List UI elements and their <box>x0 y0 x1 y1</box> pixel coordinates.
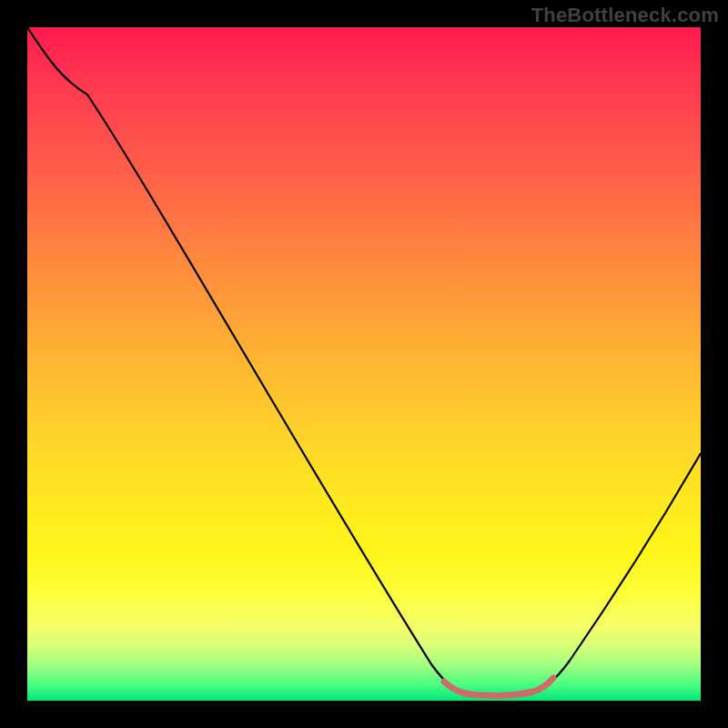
curve-layer <box>27 27 701 701</box>
site-watermark: TheBottleneck.com <box>531 4 719 27</box>
plot-area <box>27 27 701 701</box>
near-zero-highlight <box>444 678 553 695</box>
bottleneck-curve <box>27 27 701 695</box>
chart-frame: TheBottleneck.com <box>0 0 728 728</box>
